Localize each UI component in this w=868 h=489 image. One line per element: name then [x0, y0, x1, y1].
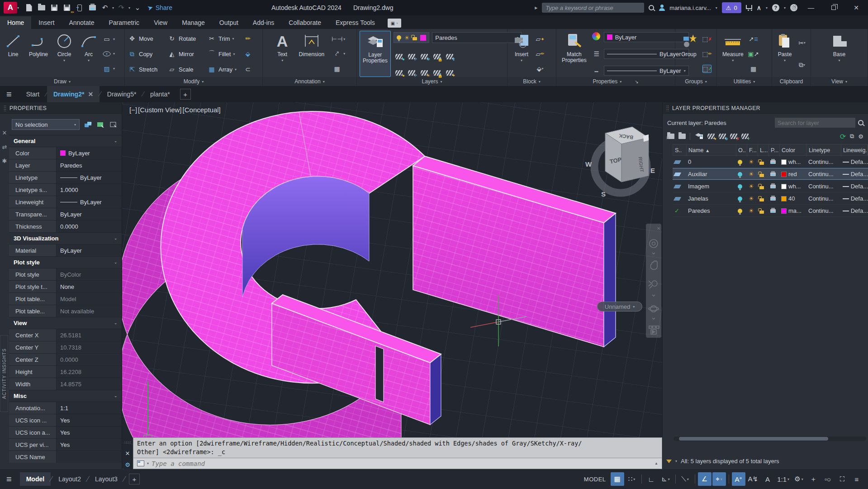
layer-thaw-all-icon[interactable]: ☀ [421, 70, 428, 76]
viewport-minimize-control[interactable]: [−] [129, 106, 137, 114]
panel-label-draw[interactable]: Draw▾ [0, 77, 124, 86]
ellipse-icon[interactable] [102, 50, 111, 58]
model-space-label[interactable]: MODEL [584, 476, 606, 483]
layout-tab-layout3[interactable]: Layout3 [89, 472, 124, 486]
file-tab-close-icon[interactable]: ✕ [88, 91, 93, 98]
section-collapse-icon[interactable]: ⌄ [114, 139, 117, 143]
plot-icon[interactable] [87, 2, 98, 13]
layer-color-cell[interactable]: wh... [779, 156, 806, 168]
panel-label-clipboard[interactable]: Clipboard [772, 77, 811, 86]
rotate-tool[interactable]: ↻Rotate [167, 35, 206, 42]
section-collapse-icon[interactable]: ⌄ [114, 321, 117, 325]
layer-plot-cell[interactable] [768, 180, 779, 192]
layer-name-cell[interactable]: Imagem [686, 180, 736, 192]
layer-row-janelas[interactable]: Janelas☀40Continu...Defa... [673, 192, 868, 205]
layer-color-cell[interactable]: red [779, 168, 806, 180]
drawing-viewport[interactable]: [−] [Custom View] [Conceptual] [122, 102, 662, 469]
isodraft-icon[interactable]: ⟍▾ [678, 472, 692, 486]
property-row[interactable]: Width14.8575 [9, 378, 122, 390]
user-name[interactable]: mariana.i.carv... [669, 5, 711, 11]
create-block-icon[interactable]: ▱✦ [536, 35, 545, 43]
property-row[interactable]: LineweightByLayer [9, 196, 122, 208]
layer-linetype-cell[interactable]: Continu... [806, 192, 841, 205]
lineweight-list-icon[interactable]: ☰ [592, 50, 601, 58]
layer-plot-cell[interactable] [768, 205, 779, 217]
layer-on-icon[interactable] [397, 35, 401, 40]
search-icon[interactable] [649, 5, 654, 10]
layer-color-cell[interactable]: wh... [779, 180, 806, 192]
minimize-button[interactable]: — [802, 1, 820, 14]
layer-off-icon[interactable]: ● [395, 54, 403, 59]
linetype-list-icon[interactable]: ┅ [592, 67, 601, 76]
section-header-3d-visualization[interactable]: 3D Visualization⌄ [9, 232, 122, 244]
mirror-tool[interactable]: ◭Mirror [167, 50, 206, 58]
navigation-bar[interactable]: ✕ [646, 224, 661, 338]
property-value[interactable]: 1.0000 [57, 184, 122, 196]
logo-dropdown-icon[interactable]: ▾ [17, 6, 19, 10]
command-window-icon[interactable] [137, 460, 144, 466]
hatch-dropdown-icon[interactable]: ▾ [113, 67, 115, 71]
notification-badge[interactable]: ⚠ 0 [722, 2, 741, 13]
annotation-visibility-icon[interactable]: A° [732, 472, 745, 486]
tab-insert[interactable]: Insert [31, 16, 62, 29]
restore-button[interactable] [825, 1, 843, 14]
tab-parametric[interactable]: Parametric [101, 16, 147, 29]
layer-search-input[interactable] [775, 118, 855, 128]
layer-manager-grip-icon[interactable] [666, 105, 669, 111]
viewport-view-control[interactable]: [Custom View] [138, 106, 181, 114]
scrollbar-thumb[interactable] [679, 437, 828, 441]
property-row[interactable]: UCS icon ...Yes [9, 414, 122, 426]
panel-label-annotation[interactable]: Annotation▾ [263, 77, 356, 86]
color-wheel-icon[interactable] [592, 32, 600, 40]
dimension-tool[interactable]: Dimension [296, 31, 327, 77]
layer-lineweight-cell[interactable]: Defa... [841, 205, 868, 217]
new-layer-vp-frozen-icon[interactable]: ❄ [719, 134, 726, 139]
user-dropdown-icon[interactable]: ▾ [716, 6, 717, 10]
quick-calculator-icon[interactable]: ▦ [749, 65, 758, 73]
layer-lineweight-cell[interactable]: Defa... [841, 156, 868, 168]
panel-label-block[interactable]: Block▾ [508, 77, 556, 86]
feedback-icon[interactable] [790, 4, 797, 11]
section-header-plot-style[interactable]: Plot style⌄ [9, 256, 122, 268]
layer-freeze-cell[interactable]: ☀ [747, 156, 758, 168]
layer-name-cell[interactable]: Auxiliar [686, 168, 736, 180]
file-tab-start[interactable]: Start [20, 86, 46, 102]
layer-color-swatch[interactable] [420, 35, 426, 41]
layer-settings-dialog-icon[interactable]: ⧉ [850, 133, 854, 140]
polar-tracking-icon[interactable]: ⊾▾ [659, 472, 673, 486]
command-customize-icon[interactable]: ⚙ [125, 461, 130, 468]
text-dropdown-icon[interactable]: ▾ [281, 58, 283, 62]
annotation-scale-value[interactable]: 1:1▾ [775, 472, 791, 486]
linear-dimension-icon[interactable]: ⊢⊣ [332, 35, 342, 43]
properties-launcher-icon[interactable]: ↘ [635, 79, 638, 84]
layer-color-cell[interactable]: 40 [779, 192, 806, 205]
layer-lineweight-cell[interactable]: Defa... [841, 192, 868, 205]
tab-view[interactable]: View [147, 16, 175, 29]
transfer-icon[interactable] [74, 2, 85, 13]
edit-attributes-icon[interactable]: ⬙▾ [536, 65, 545, 73]
view-name-pill[interactable]: Unnamed ▾ [597, 302, 642, 312]
ellipse-dropdown-icon[interactable]: ▾ [113, 52, 115, 56]
tab-output[interactable]: Output [212, 16, 246, 29]
layer-freeze-cell[interactable]: ☀ [747, 205, 758, 217]
property-row[interactable]: UCS per vi...Yes [9, 438, 122, 451]
delete-layer-icon[interactable]: ✗ [730, 134, 737, 139]
layer-on-cell[interactable] [736, 156, 747, 168]
autodesk-mark-icon[interactable]: ∧ [757, 4, 761, 11]
layer-freeze-cell[interactable]: ☀ [747, 168, 758, 180]
close-button[interactable]: ✕ [847, 1, 865, 14]
insert-button[interactable]: Insert ▾ [510, 31, 533, 77]
layer-unlock2-icon[interactable]: 🔓 [433, 70, 441, 76]
layer-isolate-icon[interactable]: ➚ [408, 54, 415, 59]
layer-search-icon[interactable] [858, 120, 863, 125]
activity-insights-tab[interactable]: ACTIVITY INSIGHTS [0, 335, 8, 412]
invert-filter-icon[interactable] [666, 460, 672, 463]
toggle-pickadd-icon[interactable]: + [83, 120, 92, 129]
property-row[interactable]: Plot style t...None [9, 280, 122, 292]
copy-tool[interactable]: ⧉Copy [128, 50, 166, 58]
property-row[interactable]: Center X26.5181 [9, 329, 122, 341]
layer-color-cell[interactable]: ma... [779, 205, 806, 217]
ungroup-icon[interactable]: ⬚✗ [702, 35, 711, 43]
snap-mode-icon[interactable]: ∷▾ [625, 472, 639, 486]
insert-dropdown-icon[interactable]: ▾ [521, 58, 522, 62]
